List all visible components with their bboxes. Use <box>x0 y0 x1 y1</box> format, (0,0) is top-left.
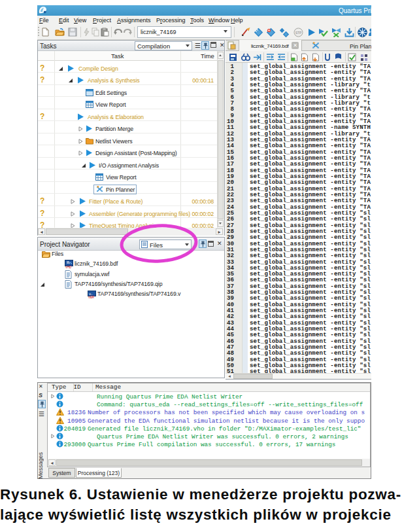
svg-text:VHD: VHD <box>65 266 72 269</box>
svg-text:VER: VER <box>88 296 95 298</box>
svg-text:STP: STP <box>295 31 302 35</box>
